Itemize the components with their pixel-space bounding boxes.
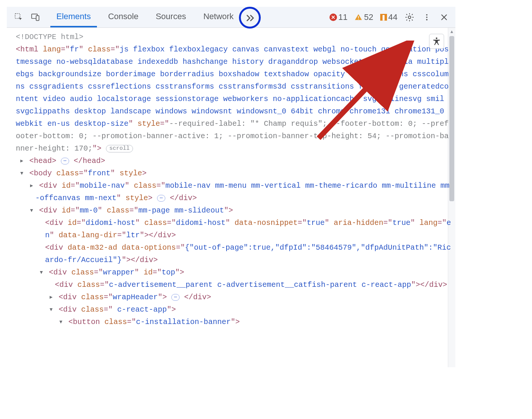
dom-mm0[interactable]: <div id="mm-0" class="mm-page mm-slideou… [16, 204, 452, 217]
tab-elements[interactable]: Elements [50, 7, 97, 27]
warning-icon [354, 13, 363, 21]
tab-console[interactable]: Console [102, 7, 145, 27]
toolbar-right: ✕ 11 52 ❚ 44 [327, 10, 452, 25]
tab-sources[interactable]: Sources [150, 7, 192, 27]
devtools-toolbar: Elements Console Sources Network ✕ 11 52 [7, 7, 455, 28]
tab-label: Sources [156, 12, 186, 21]
expand-toggle[interactable] [59, 316, 64, 328]
issues-count: 44 [388, 12, 397, 22]
expand-toggle[interactable] [29, 179, 35, 192]
settings-button[interactable] [402, 10, 417, 25]
dom-advert[interactable]: <div class="c-advertisement__parent c-ad… [16, 279, 452, 291]
inspect-element-icon[interactable] [11, 9, 27, 26]
gear-icon [405, 12, 414, 22]
svg-rect-3 [358, 16, 359, 18]
kebab-icon [423, 13, 431, 21]
expand-toggle[interactable] [49, 291, 54, 303]
svg-rect-2 [36, 15, 39, 20]
ellipsis-badge[interactable]: ⋯ [157, 195, 165, 202]
dom-body-open[interactable]: <body class="front" style> [16, 167, 452, 179]
device-toolbar-icon[interactable] [27, 9, 44, 26]
dom-m32-ad[interactable]: <div data-m32-ad data-options="{"out-of-… [16, 241, 452, 266]
svg-rect-4 [358, 18, 359, 19]
warnings-count: 52 [364, 12, 373, 22]
ellipsis-badge[interactable]: ⋯ [171, 294, 180, 301]
chevron-double-right-icon [245, 13, 255, 23]
dom-wrapper[interactable]: <div class="wrapper" id="top"> [16, 266, 452, 279]
issues-indicator[interactable]: ❚ 44 [378, 12, 400, 22]
svg-point-5 [408, 16, 411, 18]
accessibility-tree-button[interactable] [429, 34, 444, 49]
svg-point-9 [436, 38, 437, 39]
accessibility-icon [432, 36, 441, 46]
expand-toggle[interactable] [39, 266, 44, 279]
dom-mobile-nav[interactable]: <div id="mobile-nav" class="mobile-nav m… [16, 179, 452, 204]
errors-count: 11 [339, 12, 348, 22]
scroll-badge[interactable]: scroll [106, 145, 133, 152]
expand-toggle[interactable] [49, 303, 54, 316]
dom-html-open[interactable]: <html lang="fr" class="js flexbox flexbo… [16, 43, 452, 155]
svg-point-8 [426, 19, 428, 20]
tab-label: Console [108, 12, 139, 21]
more-tabs-button[interactable] [241, 9, 259, 27]
dom-wrapheader[interactable]: <div class="wrapHeader"> ⋯ </div> [16, 291, 452, 303]
more-options-button[interactable] [419, 10, 434, 25]
dom-reactapp[interactable]: <div class=" c-react-app"> [16, 303, 452, 316]
issue-flag-icon: ❚ [380, 14, 387, 21]
tab-strip: Elements Console Sources Network [50, 7, 240, 27]
dom-didomi[interactable]: <div id="didomi-host" class="didomi-host… [16, 217, 452, 241]
close-icon [440, 13, 448, 21]
errors-indicator[interactable]: ✕ 11 [327, 12, 350, 22]
warnings-indicator[interactable]: 52 [352, 12, 375, 22]
tab-label: Elements [56, 12, 91, 21]
expand-toggle[interactable] [20, 167, 25, 179]
expand-toggle[interactable] [20, 155, 25, 167]
tab-network[interactable]: Network [197, 7, 240, 27]
dom-doctype[interactable]: <!DOCTYPE html> [16, 31, 452, 43]
tab-label: Network [203, 12, 234, 21]
ellipsis-badge[interactable]: ⋯ [61, 158, 69, 164]
error-icon: ✕ [329, 14, 337, 21]
elements-dom-tree[interactable]: <!DOCTYPE html> <html lang="fr" class="j… [7, 28, 455, 332]
dom-head[interactable]: <head> ⋯ </head> [16, 155, 452, 167]
dom-install-button[interactable]: <button class="c-installation-banner"> [16, 316, 452, 328]
svg-point-6 [426, 14, 428, 15]
devtools-panel: Elements Console Sources Network ✕ 11 52 [7, 7, 455, 367]
expand-toggle[interactable] [29, 204, 35, 217]
close-devtools-button[interactable] [437, 10, 452, 25]
svg-point-7 [426, 17, 428, 18]
